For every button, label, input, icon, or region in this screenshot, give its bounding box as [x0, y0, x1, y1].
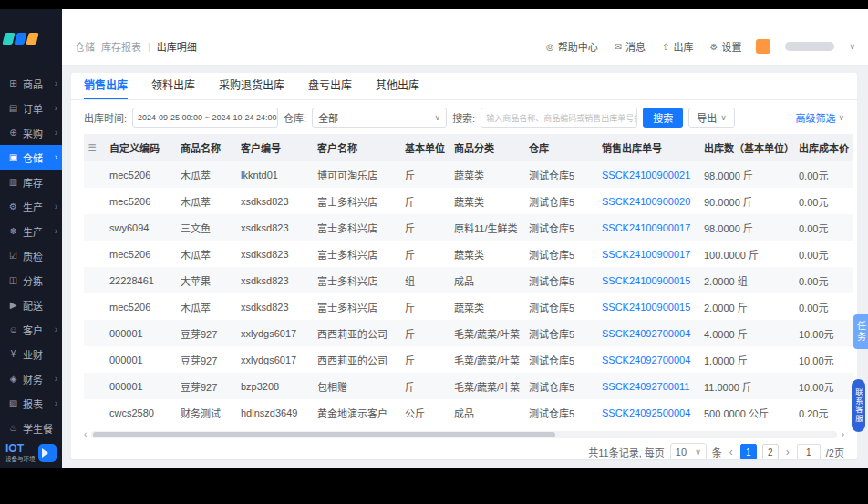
page-size-value: 10	[676, 447, 687, 458]
sales-order-link[interactable]: SSCK24100900020	[598, 188, 700, 214]
sorting-icon: ◫	[7, 275, 19, 285]
page-button-2[interactable]: 2	[762, 444, 779, 459]
sales-order-link[interactable]: SSCK24100900021	[598, 161, 700, 188]
tab-2[interactable]: 领料出库	[151, 73, 195, 99]
iot-device-icon[interactable]	[38, 444, 57, 462]
table-body: mec5206木瓜萃lkkntd01博可可淘乐店斤蔬菜类测试仓库5SSCK241…	[84, 161, 853, 426]
column-settings-icon[interactable]: ≣	[84, 134, 106, 161]
header-action-settings[interactable]: ⚙设置	[709, 39, 741, 54]
scroll-right-icon[interactable]: ›	[842, 430, 844, 439]
warehouse-select[interactable]: 全部 ∨	[312, 108, 447, 128]
table-cell: 1.0000 斤	[700, 346, 795, 373]
table-cell: 000001	[106, 346, 177, 373]
sidebar-menu: ⊞商品›▤订单›⊕采购›▣仓储›▥库存⚙生产›☸生产›☑质检◫分拣▶配送☺客户›…	[0, 71, 62, 440]
tab-1[interactable]: 销售出库	[84, 73, 128, 99]
iot-logo-text: IOT	[5, 443, 36, 454]
sidebar-item-customers[interactable]: ☺客户›	[0, 317, 62, 342]
sidebar-item-student-meal[interactable]: ♨学生餐	[0, 416, 62, 440]
page-button-1[interactable]: 1	[740, 444, 757, 459]
table-cell: 成品	[450, 267, 525, 293]
sidebar-item-label: 财务	[23, 372, 55, 386]
sidebar-item-delivery[interactable]: ▶配送	[0, 293, 62, 317]
header-action-help-center[interactable]: ◎帮助中心	[546, 39, 598, 54]
table-cell	[84, 241, 106, 267]
sidebar-item-warehouse[interactable]: ▣仓储›	[0, 145, 62, 170]
sidebar-item-goods[interactable]: ⊞商品›	[0, 71, 62, 96]
sidebar-item-finance[interactable]: ◈财务›	[0, 366, 62, 391]
sales-order-link[interactable]: SSCK24100900015	[598, 293, 700, 320]
search-input[interactable]: 输入商品名称、商品编码或销售出库单号搜索	[480, 108, 637, 128]
sidebar-item-label: 采购	[23, 126, 55, 140]
sidebar-item-sorting[interactable]: ◫分拣	[0, 268, 62, 293]
sidebar-item-label: 报表	[23, 396, 55, 411]
page-buttons: 12	[740, 444, 779, 459]
task-panel-tab[interactable]: 任务	[853, 314, 868, 349]
table-cell: xsdksd823	[237, 188, 314, 214]
header-action-outbound[interactable]: ⇧出库	[662, 39, 693, 54]
sales-order-link[interactable]: SSCK24100900015	[598, 267, 700, 293]
sidebar-item-production-2[interactable]: ☸生产›	[0, 219, 62, 243]
sidebar-item-reports[interactable]: ▧报表›	[0, 391, 62, 416]
date-range-input[interactable]: 2024-09-25 00:00 ~ 2024-10-24 24:00	[132, 108, 278, 128]
table-row: 000001豆芽927xxlydgs6017西西莉亚的公司斤毛菜/蔬菜/叶菜测试…	[84, 346, 853, 373]
sales-order-link[interactable]: SSCK24100900017	[598, 214, 700, 241]
sales-order-link[interactable]: SSCK24100900017	[598, 241, 700, 267]
prev-page-button[interactable]: ‹	[728, 446, 735, 458]
tab-5[interactable]: 其他出库	[376, 73, 419, 99]
production-2-icon: ☸	[7, 226, 19, 236]
header-action-label: 帮助中心	[558, 39, 598, 54]
table-cell: 4.0000 斤	[700, 320, 795, 346]
scroll-left-icon[interactable]: ‹	[84, 430, 87, 439]
table-cell: 测试仓库5	[525, 267, 598, 293]
breadcrumb-parent[interactable]: 库存报表	[101, 39, 141, 54]
table-cell: 斤	[401, 293, 450, 320]
table-cell: 500.0000 公斤	[700, 399, 795, 426]
advanced-filter-toggle[interactable]: 高级筛选 ∨	[795, 110, 844, 125]
sales-order-link[interactable]: SSCK24092700011	[598, 373, 700, 399]
sales-order-link[interactable]: SSCK24092700004	[598, 320, 700, 346]
page-size-select[interactable]: 10 ∨	[670, 443, 707, 459]
chevron-down-icon: ∨	[720, 113, 727, 122]
table-cell: 0.00元	[795, 241, 853, 267]
export-button[interactable]: 导出 ∨	[688, 108, 735, 128]
chevron-right-icon: ›	[55, 201, 57, 211]
page-jump-input[interactable]: 1	[797, 444, 821, 459]
table-cell: 西西莉亚的公司	[314, 320, 401, 346]
sidebar-item-quality[interactable]: ☑质检	[0, 243, 62, 268]
avatar[interactable]	[756, 39, 770, 54]
sidebar-item-purchase[interactable]: ⊕采购›	[0, 120, 62, 145]
sidebar-item-label: 订单	[23, 101, 55, 116]
top-header: 仓储 库存报表 | 出库明细 ◎帮助中心✉消息⇧出库⚙设置 ∨	[62, 9, 868, 66]
chevron-down-icon[interactable]: ∨	[849, 42, 855, 51]
scrollbar-thumb[interactable]	[93, 432, 555, 437]
table-cell: 2.0000 组	[700, 267, 795, 293]
sidebar-item-label: 质检	[23, 249, 57, 263]
table-cell: 木瓜萃	[177, 293, 237, 320]
horizontal-scrollbar[interactable]	[91, 431, 836, 438]
page-size-unit: 条	[712, 445, 722, 459]
table-header-row: ≣自定义编码商品名称客户编号客户名称基本单位商品分类仓库销售出库单号出库数（基本…	[84, 134, 853, 161]
sidebar-item-production-1[interactable]: ⚙生产›	[0, 194, 62, 219]
header-action-messages[interactable]: ✉消息	[615, 39, 646, 54]
table-cell: 0.20元	[795, 399, 853, 426]
table-cell: 西西莉亚的公司	[314, 346, 401, 373]
tab-4[interactable]: 盘亏出库	[308, 73, 352, 99]
table-cell: 测试仓库5	[525, 320, 598, 346]
chevron-right-icon: ›	[55, 128, 57, 138]
table-cell: 富士多科兴店	[314, 188, 401, 214]
column-header: 客户编号	[237, 134, 314, 161]
table-cell: xsdksd823	[237, 241, 314, 267]
table-cell	[84, 188, 106, 214]
breadcrumb-module[interactable]: 仓储	[75, 39, 95, 54]
table-row: swy6094三文鱼xsdksd823富士多科兴店斤原料11/生鲜类测试仓库5S…	[84, 214, 853, 241]
tab-3[interactable]: 采购退货出库	[219, 73, 284, 99]
sidebar-item-orders[interactable]: ▤订单›	[0, 96, 62, 120]
sidebar-item-inventory[interactable]: ▥库存	[0, 170, 62, 194]
sidebar-item-biz-finance[interactable]: ¥业财	[0, 342, 62, 366]
chevron-right-icon: ›	[55, 78, 57, 88]
next-page-button[interactable]: ›	[784, 446, 791, 458]
search-button[interactable]: 搜索	[643, 108, 683, 128]
sales-order-link[interactable]: SSCK24092500004	[598, 399, 700, 426]
contact-support-button[interactable]: 联系客服	[852, 379, 865, 432]
sales-order-link[interactable]: SSCK24092700004	[598, 346, 700, 373]
